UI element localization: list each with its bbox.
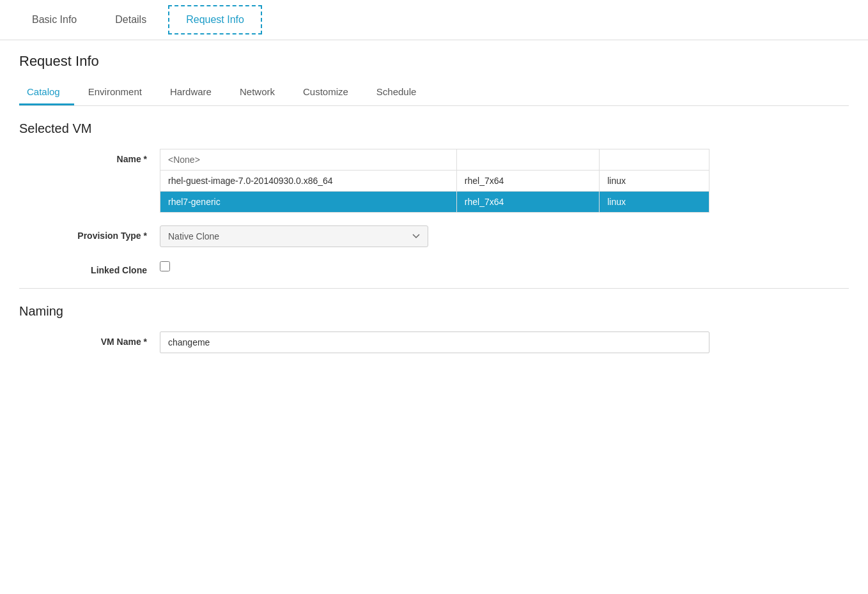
page-title: Request Info [19, 53, 849, 70]
tab-details[interactable]: Details [96, 3, 166, 37]
vm-table-row-none[interactable]: <None> [160, 149, 709, 171]
tab-basic-info[interactable]: Basic Info [13, 3, 96, 37]
provision-type-field: Native Clone VMware PXE [160, 225, 849, 247]
vm-name-input-field [160, 331, 849, 353]
vm-type-0: rhel_7x64 [456, 171, 599, 192]
name-field: <None> rhel-guest-image-7.0-20140930.0.x… [160, 149, 849, 213]
tab-request-info[interactable]: Request Info [168, 5, 262, 34]
vm-type-1: rhel_7x64 [456, 192, 599, 213]
linked-clone-form-row: Linked Clone [19, 260, 849, 275]
vm-table-row-1[interactable]: rhel7-generic rhel_7x64 linux [160, 192, 709, 213]
sub-tabs-container: Catalog Environment Hardware Network Cus… [19, 80, 849, 106]
vm-type-none [456, 149, 599, 171]
vm-os-none [600, 149, 709, 171]
vm-name-form-row: VM Name * [19, 331, 849, 353]
vm-name-none[interactable]: <None> [160, 149, 457, 171]
sub-tab-schedule[interactable]: Schedule [362, 80, 431, 105]
vm-os-1: linux [600, 192, 709, 213]
sub-tab-customize[interactable]: Customize [289, 80, 362, 105]
top-tabs-container: Basic Info Details Request Info [0, 0, 868, 40]
sub-tab-network[interactable]: Network [226, 80, 289, 105]
sub-tab-catalog[interactable]: Catalog [19, 80, 74, 105]
provision-type-form-row: Provision Type * Native Clone VMware PXE [19, 225, 849, 247]
vm-table-row-0[interactable]: rhel-guest-image-7.0-20140930.0.x86_64 r… [160, 171, 709, 192]
selected-vm-section-title: Selected VM [19, 121, 849, 136]
linked-clone-label: Linked Clone [19, 260, 160, 275]
vm-name-1[interactable]: rhel7-generic [160, 192, 457, 213]
vm-name-0[interactable]: rhel-guest-image-7.0-20140930.0.x86_64 [160, 171, 457, 192]
naming-section-title: Naming [19, 304, 849, 319]
provision-type-label: Provision Type * [19, 225, 160, 241]
sub-tab-hardware[interactable]: Hardware [156, 80, 226, 105]
vm-table: <None> rhel-guest-image-7.0-20140930.0.x… [160, 149, 709, 213]
provision-type-select[interactable]: Native Clone VMware PXE [160, 225, 428, 247]
sub-tab-environment[interactable]: Environment [74, 80, 156, 105]
vm-name-input[interactable] [160, 331, 709, 353]
linked-clone-field [160, 260, 849, 273]
name-form-row: Name * <None> rhel-guest-image-7.0-20140… [19, 149, 849, 213]
linked-clone-checkbox[interactable] [160, 261, 170, 271]
name-label: Name * [19, 149, 160, 164]
vm-os-0: linux [600, 171, 709, 192]
page-content: Request Info Catalog Environment Hardwar… [0, 40, 868, 379]
vm-name-label: VM Name * [19, 331, 160, 347]
section-divider [19, 288, 849, 289]
